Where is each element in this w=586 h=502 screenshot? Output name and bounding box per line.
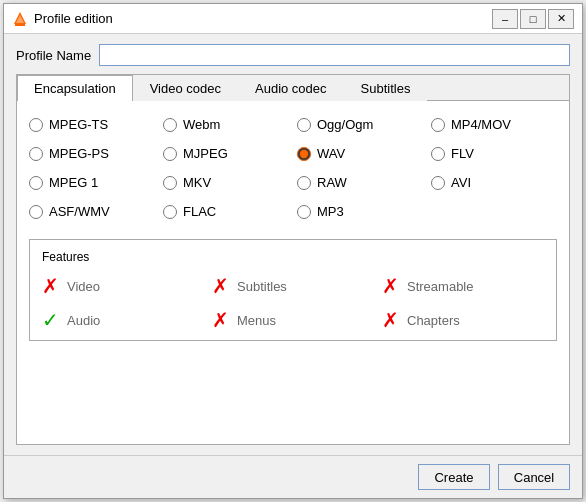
tab-encapsulation[interactable]: Encapsulation	[17, 75, 133, 101]
subtitles-cross-icon: ✗	[212, 276, 229, 296]
features-title: Features	[42, 250, 544, 264]
option-flv[interactable]: FLV	[431, 146, 557, 161]
feature-video: ✗ Video	[42, 276, 204, 296]
option-mpeg-ts[interactable]: MPEG-TS	[29, 117, 155, 132]
feature-menus-label: Menus	[237, 313, 276, 328]
features-grid: ✗ Video ✗ Subtitles ✗ Streamable	[42, 276, 544, 330]
window-title: Profile edition	[34, 11, 492, 26]
encapsulation-options: MPEG-TS Webm Ogg/Ogm MP4/MOV MPEG-PS	[29, 117, 557, 219]
tab-video-codec[interactable]: Video codec	[133, 75, 238, 101]
window-controls: – □ ✕	[492, 9, 574, 29]
option-mjpeg[interactable]: MJPEG	[163, 146, 289, 161]
video-cross-icon: ✗	[42, 276, 59, 296]
tab-container: Encapsulation Video codec Audio codec Su…	[16, 74, 570, 445]
minimize-button[interactable]: –	[492, 9, 518, 29]
profile-name-input[interactable]	[99, 44, 570, 66]
features-box: Features ✗ Video ✗ Subtitles	[29, 239, 557, 341]
window-footer: Create Cancel	[4, 455, 582, 498]
option-mkv[interactable]: MKV	[163, 175, 289, 190]
window-content: Profile Name Encapsulation Video codec A…	[4, 34, 582, 455]
feature-audio: ✓ Audio	[42, 310, 204, 330]
feature-video-label: Video	[67, 279, 100, 294]
option-mp3[interactable]: MP3	[297, 204, 423, 219]
encapsulation-tab-content: MPEG-TS Webm Ogg/Ogm MP4/MOV MPEG-PS	[17, 101, 569, 444]
option-mp4-mov[interactable]: MP4/MOV	[431, 117, 557, 132]
vlc-icon	[12, 11, 28, 27]
option-raw[interactable]: RAW	[297, 175, 423, 190]
option-flac[interactable]: FLAC	[163, 204, 289, 219]
profile-name-row: Profile Name	[16, 44, 570, 66]
option-mpeg-ps[interactable]: MPEG-PS	[29, 146, 155, 161]
profile-name-label: Profile Name	[16, 48, 91, 63]
title-bar: Profile edition – □ ✕	[4, 4, 582, 34]
chapters-cross-icon: ✗	[382, 310, 399, 330]
main-window: Profile edition – □ ✕ Profile Name Encap…	[3, 3, 583, 499]
feature-chapters: ✗ Chapters	[382, 310, 544, 330]
feature-menus: ✗ Menus	[212, 310, 374, 330]
option-wav[interactable]: WAV	[297, 146, 423, 161]
option-avi[interactable]: AVI	[431, 175, 557, 190]
feature-audio-label: Audio	[67, 313, 100, 328]
tab-bar: Encapsulation Video codec Audio codec Su…	[17, 75, 569, 101]
streamable-cross-icon: ✗	[382, 276, 399, 296]
tab-audio-codec[interactable]: Audio codec	[238, 75, 344, 101]
option-mpeg1[interactable]: MPEG 1	[29, 175, 155, 190]
tab-subtitles[interactable]: Subtitles	[344, 75, 428, 101]
feature-chapters-label: Chapters	[407, 313, 460, 328]
maximize-button[interactable]: □	[520, 9, 546, 29]
option-asf-wmv[interactable]: ASF/WMV	[29, 204, 155, 219]
option-ogg-ogm[interactable]: Ogg/Ogm	[297, 117, 423, 132]
feature-streamable: ✗ Streamable	[382, 276, 544, 296]
close-button[interactable]: ✕	[548, 9, 574, 29]
menus-cross-icon: ✗	[212, 310, 229, 330]
feature-subtitles-label: Subtitles	[237, 279, 287, 294]
svg-rect-2	[15, 24, 25, 26]
option-webm[interactable]: Webm	[163, 117, 289, 132]
audio-check-icon: ✓	[42, 310, 59, 330]
feature-streamable-label: Streamable	[407, 279, 473, 294]
create-button[interactable]: Create	[418, 464, 490, 490]
cancel-button[interactable]: Cancel	[498, 464, 570, 490]
feature-subtitles: ✗ Subtitles	[212, 276, 374, 296]
